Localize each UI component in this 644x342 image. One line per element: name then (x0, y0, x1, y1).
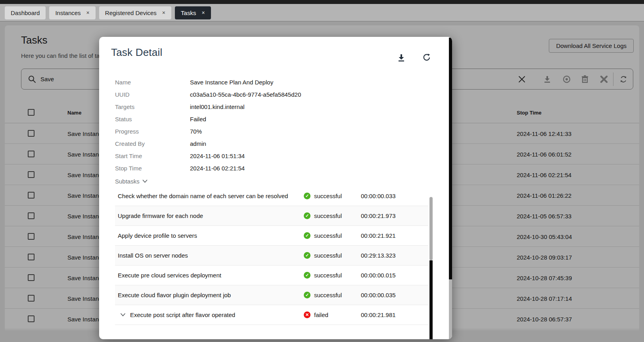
app-tab[interactable]: Dashboard (5, 6, 46, 19)
subtask-name-text: Execute post script after flavor operate… (130, 311, 235, 318)
subtask-row[interactable]: Execute post script after flavor operate… (115, 305, 428, 325)
field-value: c03a5a10-55ca-4bc6-9774-a5efa5845d20 (190, 88, 301, 101)
subtask-scrollbar-track[interactable] (429, 260, 433, 339)
subtask-duration: 00:00:21.981 (361, 311, 396, 318)
field-value: 70% (190, 125, 202, 138)
app-tab[interactable]: Tasks × (175, 6, 211, 19)
status-icon: ✓ (304, 212, 310, 219)
subtask-row[interactable]: Install OS on server nodes ✓ successful … (115, 246, 428, 266)
status-label: successful (314, 232, 342, 239)
field-value: Save Instance Plan And Deploy (190, 76, 273, 88)
modal-title: Task Detail (111, 46, 162, 59)
field-label: Created By (115, 138, 145, 150)
subtask-name: Execute pre cloud services deployment (115, 272, 304, 279)
subtask-status: ✓ successful (304, 232, 361, 239)
detail-field-row: Created By admin (99, 138, 452, 150)
field-label: Name (115, 76, 131, 88)
subtask-duration: 00:00:21.921 (361, 232, 396, 239)
subtask-row[interactable]: Upgrade firmware for each node ✓ success… (115, 206, 428, 226)
subtask-status: ✓ successful (304, 292, 361, 298)
field-label: Targets (115, 101, 134, 113)
detail-field-row: Targets intel001.kind.internal (99, 101, 452, 113)
detail-field-row: Progress 70% (99, 125, 452, 138)
detail-field-row: Status Failed (99, 113, 452, 125)
chevron-down-icon (142, 180, 148, 183)
field-label: UUID (115, 88, 130, 101)
status-label: successful (314, 272, 342, 279)
subtask-name-text: Upgrade firmware for each node (118, 212, 203, 219)
tab-close-icon[interactable]: × (201, 10, 205, 15)
subtask-name-text: Apply device profile to servers (118, 232, 197, 239)
field-value: intel001.kind.internal (190, 101, 245, 113)
window-top-strip (0, 0, 644, 4)
app-tab[interactable]: Registered Devices × (99, 6, 171, 19)
tab-label: Dashboard (11, 10, 40, 16)
subtask-name-text: Execute cloud flavor plugin deployment j… (118, 292, 231, 298)
subtask-row[interactable]: Execute cloud flavor plugin deployment j… (115, 285, 428, 305)
task-detail-fields: Name Save Instance Plan And Deploy UUID … (99, 76, 452, 174)
detail-field-row: Start Time 2024-11-06 01:51:34 (99, 150, 452, 162)
subtask-row[interactable]: Check whether the domain name of each se… (115, 186, 428, 206)
app-tab[interactable]: Instances × (49, 6, 95, 19)
status-icon: ✓ (304, 193, 310, 199)
modal-scrollbar-track[interactable] (449, 279, 452, 339)
subtask-name-text: Install OS on server nodes (118, 252, 188, 259)
detail-field-row: Stop Time 2024-11-06 02:21:54 (99, 162, 452, 174)
detail-field-row: Name Save Instance Plan And Deploy (99, 76, 452, 88)
subtasks-section-header[interactable]: Subtasks (115, 176, 148, 186)
field-label: Stop Time (115, 162, 142, 174)
subtask-status: ✕ failed (304, 311, 361, 318)
subtasks-label: Subtasks (115, 178, 140, 185)
download-log-icon[interactable] (395, 51, 408, 64)
subtask-name: Apply device profile to servers (115, 232, 304, 239)
field-value: Failed (190, 113, 206, 125)
subtask-duration: 00:00:00.015 (361, 272, 396, 279)
detail-field-row: UUID c03a5a10-55ca-4bc6-9774-a5efa5845d2… (99, 88, 452, 101)
field-label: Start Time (115, 150, 142, 162)
refresh-icon[interactable] (420, 51, 433, 64)
subtask-status: ✓ successful (304, 212, 361, 219)
subtask-name-text: Execute pre cloud services deployment (118, 272, 221, 279)
field-label: Status (115, 113, 132, 125)
status-label: failed (314, 311, 328, 318)
status-icon: ✓ (304, 232, 310, 239)
field-value: 2024-11-06 02:21:54 (190, 162, 245, 174)
status-icon: ✕ (304, 311, 310, 318)
subtask-row[interactable]: Execute pre cloud services deployment ✓ … (115, 266, 428, 285)
subtask-status: ✓ successful (304, 193, 361, 199)
subtask-name: Upgrade firmware for each node (115, 212, 304, 219)
subtask-duration: 00:00:21.973 (361, 212, 396, 219)
subtask-name: Install OS on server nodes (115, 252, 304, 259)
status-icon: ✓ (304, 252, 310, 259)
modal-scrollbar-thumb[interactable] (449, 38, 452, 279)
chevron-down-icon[interactable] (120, 313, 126, 317)
status-label: successful (314, 212, 342, 219)
field-value: 2024-11-06 01:51:34 (190, 150, 245, 162)
subtask-status: ✓ successful (304, 252, 361, 259)
tab-label: Registered Devices (105, 10, 157, 16)
subtask-duration: 00:00:00.033 (361, 193, 396, 199)
status-label: successful (314, 252, 342, 259)
tab-close-icon[interactable]: × (162, 10, 165, 15)
field-label: Progress (115, 125, 139, 138)
subtask-status: ✓ successful (304, 272, 361, 279)
subtask-name: Check whether the domain name of each se… (115, 193, 304, 199)
status-icon: ✓ (304, 292, 310, 298)
tab-label: Tasks (181, 10, 196, 16)
status-icon: ✓ (304, 272, 310, 279)
subtask-scrollbar-thumb[interactable] (429, 197, 433, 260)
subtask-duration: 00:29:13.323 (361, 252, 396, 259)
status-label: successful (314, 292, 342, 298)
subtask-list: Check whether the domain name of each se… (115, 186, 428, 339)
field-value: admin (190, 138, 206, 150)
subtask-name-text: Check whether the domain name of each se… (118, 193, 288, 199)
tab-close-icon[interactable]: × (86, 10, 90, 15)
subtask-row[interactable]: Apply device profile to servers ✓ succes… (115, 226, 428, 246)
status-label: successful (314, 193, 342, 199)
subtask-name: Execute cloud flavor plugin deployment j… (115, 292, 304, 298)
subtask-duration: 00:00:00.035 (361, 292, 396, 298)
subtask-name: Execute post script after flavor operate… (115, 311, 304, 318)
tab-label: Instances (55, 10, 80, 16)
app-tab-bar: Dashboard Instances × Registered Devices… (0, 4, 644, 21)
task-detail-modal: Task Detail Name Save Instance Plan And … (99, 37, 452, 339)
